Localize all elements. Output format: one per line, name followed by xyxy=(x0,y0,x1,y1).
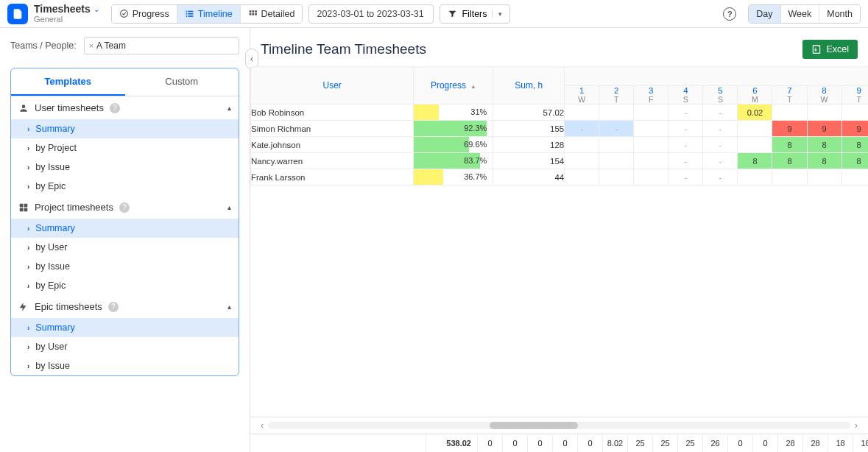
day-cell: - xyxy=(703,121,738,137)
day-cell: 9 xyxy=(841,121,868,137)
chevron-right-icon: › xyxy=(27,183,29,191)
col-user-header[interactable]: User xyxy=(251,67,413,104)
app-subtitle: General xyxy=(34,15,99,24)
tag-remove-icon[interactable]: × xyxy=(89,41,93,50)
filters-button[interactable]: Filters ▾ xyxy=(440,4,509,24)
scroll-thumb[interactable] xyxy=(490,422,578,429)
day-cell xyxy=(599,153,634,169)
user-cell[interactable]: Bob Robinson xyxy=(251,105,414,121)
sidebar: Teams / People: × A Team ‹ Templates Cus… xyxy=(0,28,250,452)
col-progress-header[interactable]: Progress▲ xyxy=(414,67,493,104)
help-icon[interactable]: ? xyxy=(110,103,120,113)
scroll-right-icon[interactable]: › xyxy=(855,420,858,431)
table-row: Kate.johnson69.6%128--8888--8888 xyxy=(251,137,869,153)
granularity-month-button[interactable]: Month xyxy=(819,5,860,23)
day-cell xyxy=(634,137,668,153)
template-item[interactable]: ›Summary xyxy=(11,318,239,337)
svg-rect-7 xyxy=(249,10,251,13)
day-cell: - xyxy=(668,169,703,186)
totals-cell: 0 xyxy=(577,434,602,452)
day-cell: - xyxy=(668,121,703,137)
tab-templates[interactable]: Templates xyxy=(11,68,125,96)
teams-input[interactable]: × A Team xyxy=(84,37,239,54)
help-icon[interactable]: ? xyxy=(108,302,119,312)
section-header[interactable]: Epic timesheets?▴ xyxy=(11,295,239,318)
tab-custom[interactable]: Custom xyxy=(125,68,239,96)
teams-label: Teams / People: xyxy=(10,40,77,51)
progress-cell: 83.7% xyxy=(414,153,493,169)
totals-cell: 0 xyxy=(552,434,577,452)
day-header[interactable]: 4S xyxy=(668,85,703,105)
help-icon[interactable]: ? xyxy=(119,202,130,213)
template-item[interactable]: ›by Issue xyxy=(11,356,239,375)
day-cell: - xyxy=(668,153,703,169)
granularity-week-button[interactable]: Week xyxy=(781,5,820,23)
template-item[interactable]: ›by User xyxy=(11,337,239,356)
table-row: Bob Robinson31%57.02--0.02-- xyxy=(251,105,869,121)
day-cell: 8 xyxy=(807,137,841,153)
totals-cell: 18 xyxy=(828,434,853,452)
svg-rect-2 xyxy=(188,11,193,13)
progress-cell: 31% xyxy=(414,105,493,121)
day-header[interactable]: 9T xyxy=(841,85,868,105)
chevron-right-icon: › xyxy=(27,163,29,172)
sum-cell: 155 xyxy=(493,121,565,137)
team-tag: × A Team xyxy=(89,40,126,51)
day-header[interactable]: 5S xyxy=(703,85,738,105)
day-cell xyxy=(738,137,772,153)
date-range-input[interactable] xyxy=(308,4,434,24)
day-header[interactable]: 6M xyxy=(738,85,772,105)
chevron-right-icon: › xyxy=(27,144,29,152)
user-cell[interactable]: Nancy.warren xyxy=(251,153,414,169)
template-item[interactable]: ›by User xyxy=(11,238,239,257)
user-cell[interactable]: Kate.johnson xyxy=(251,137,414,153)
section-header[interactable]: Project timesheets?▴ xyxy=(11,196,239,219)
templates-panel: Templates Custom User timesheets?▴›Summa… xyxy=(10,68,239,376)
excel-export-button[interactable]: Excel xyxy=(802,40,858,59)
day-cell xyxy=(772,105,807,121)
granularity-day-button[interactable]: Day xyxy=(749,5,780,23)
day-cell xyxy=(599,105,634,121)
svg-rect-16 xyxy=(24,208,28,211)
chevron-up-icon: ▴ xyxy=(227,104,231,112)
svg-rect-14 xyxy=(24,203,28,207)
day-header[interactable]: 7T xyxy=(772,85,807,105)
day-cell: - xyxy=(703,169,738,186)
day-cell: 8 xyxy=(772,153,807,169)
main-content: Timeline Team Timesheets Excel User Prog… xyxy=(250,28,868,452)
scroll-left-icon[interactable]: ‹ xyxy=(261,420,264,431)
day-header[interactable]: 1W xyxy=(565,85,599,105)
table-row: Simon Richman92.3%155----9998--8888 xyxy=(251,121,869,137)
template-item[interactable]: ›by Epic xyxy=(11,276,239,295)
day-cell xyxy=(599,169,634,186)
title-block[interactable]: Timesheets ⌄ General xyxy=(34,4,99,24)
template-item[interactable]: ›Summary xyxy=(11,219,239,238)
help-icon[interactable]: ? xyxy=(723,7,736,21)
view-switcher: Progress Timeline Detailed xyxy=(111,4,303,24)
day-header[interactable]: 3F xyxy=(634,85,668,105)
template-item[interactable]: ›by Epic xyxy=(11,177,239,196)
col-sum-header[interactable]: Sum, h xyxy=(493,67,564,104)
template-item[interactable]: ›by Issue xyxy=(11,257,239,276)
scroll-track[interactable] xyxy=(268,422,850,429)
user-cell[interactable]: Simon Richman xyxy=(251,121,414,137)
template-item[interactable]: ›by Project xyxy=(11,138,239,158)
totals-cell: 0 xyxy=(727,434,752,452)
chevron-up-icon: ▴ xyxy=(227,203,231,211)
horizontal-scrollbar[interactable]: ‹ › xyxy=(250,417,868,434)
sum-cell: 154 xyxy=(493,153,565,169)
day-header[interactable]: 8W xyxy=(807,85,841,105)
day-cell xyxy=(634,153,668,169)
view-progress-button[interactable]: Progress xyxy=(112,5,177,23)
day-cell: 9 xyxy=(807,121,841,137)
template-item[interactable]: ›by Issue xyxy=(11,158,239,177)
view-timeline-button[interactable]: Timeline xyxy=(177,5,241,23)
app-title: Timesheets xyxy=(34,4,91,15)
timeline-grid[interactable]: User Progress▲ Sum, h March 1W2T3F4S5S6M… xyxy=(250,66,868,417)
user-cell[interactable]: Frank Larsson xyxy=(251,169,414,186)
svg-point-0 xyxy=(120,10,127,18)
section-header[interactable]: User timesheets?▴ xyxy=(11,96,239,119)
view-detailed-button[interactable]: Detailed xyxy=(241,5,303,23)
day-header[interactable]: 2T xyxy=(599,85,634,105)
template-item[interactable]: ›Summary xyxy=(11,119,239,138)
